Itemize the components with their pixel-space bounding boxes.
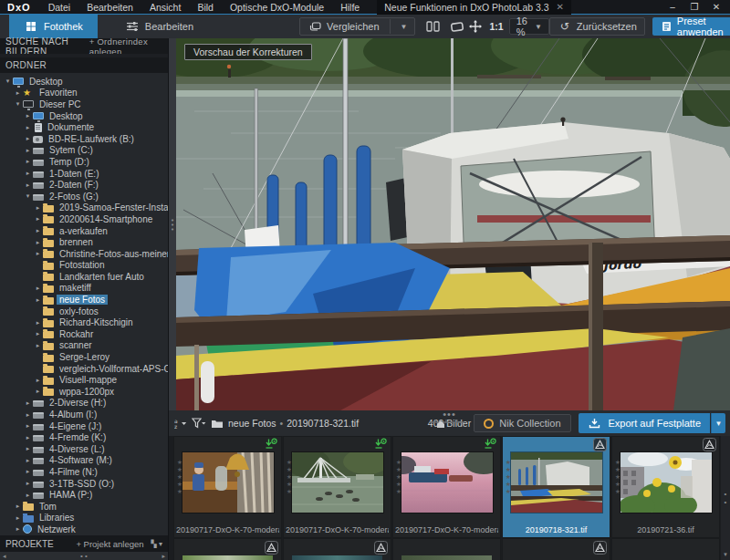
tree-item-vergleich-vollformat-aps-c-6400[interactable]: vergleich-Vollformat-APS-C-6400 [0, 363, 168, 375]
thumbnail-20190717-DxO-K-70-moderat-58-[interactable]: ★★★★★20190717-DxO-K-70-moderat-58... [392, 436, 501, 538]
collapse-icon[interactable]: ▾ [24, 192, 32, 200]
star-rating[interactable]: ★★★★★ [396, 459, 402, 495]
export-options-dropdown[interactable]: ▼ [711, 413, 725, 433]
thumbnail-partial[interactable] [392, 538, 501, 560]
expand-icon[interactable]: ▸ [34, 285, 42, 292]
tree-item-neue-fotos[interactable]: ▸neue Fotos [0, 294, 168, 306]
reset-button[interactable]: ↺ Zurücksetzen [549, 17, 645, 36]
compare-button[interactable]: Vergleichen ▼ [299, 17, 415, 36]
doll-and-bell-thumbnail-image[interactable] [182, 452, 274, 513]
expand-icon[interactable]: ▸ [14, 525, 22, 533]
tree-item-fotostation[interactable]: Fotostation [0, 260, 168, 272]
apply-preset-button[interactable]: Preset anwenden [652, 17, 730, 36]
expand-icon[interactable]: ▸ [24, 170, 32, 177]
tree-item-4-filme-n-[interactable]: ▸4-Filme (N:) [0, 466, 168, 478]
help-tab[interactable]: Neue Funktionen in DxO PhotoLab 3.3 ✕ [377, 0, 571, 15]
expand-icon[interactable]: ▸ [24, 468, 32, 475]
help-tab-close-icon[interactable]: ✕ [557, 2, 564, 12]
tree-item-2-diverse-h-[interactable]: ▸2-Diverse (H:) [0, 398, 168, 410]
expand-icon[interactable]: ▸ [24, 492, 32, 499]
scrollbar-grip[interactable]: •• [725, 490, 727, 506]
projects-section-header[interactable]: PROJEKTE + Projekt anlegen ▚ ▾ [0, 535, 168, 552]
folders-section-header[interactable]: ORDNER [0, 57, 168, 73]
tree-item-landkarten-fuer-auto[interactable]: Landkarten fuer Auto [0, 271, 168, 283]
tree-item-christine-fotos-aus-meinem-archiv[interactable]: ▸Christine-Fotos-aus-meinem-Archiv [0, 248, 168, 260]
move-icon[interactable] [469, 19, 482, 34]
thumbnail-20190721-36-tif[interactable]: ★★★★★20190721-36.tif [611, 436, 720, 538]
current-folder-label[interactable]: neue Fotos [228, 418, 276, 429]
expand-icon[interactable]: ▸ [34, 330, 42, 337]
expand-icon[interactable]: ▸ [24, 480, 32, 487]
menu-bild[interactable]: Bild [189, 2, 222, 13]
zoom-level-select[interactable]: 16 % ▼ [509, 18, 549, 35]
star-rating[interactable]: ★★★★★ [615, 459, 620, 495]
thumbnail-20190717-DxO-K-70-moderat-37-[interactable]: ★★★★★20190717-DxO-K-70-moderat-37... [173, 436, 282, 538]
expand-icon[interactable]: ▸ [14, 89, 22, 97]
minimize-button[interactable]: – [662, 1, 683, 14]
marina-boats-thumbnail-image[interactable] [511, 452, 602, 513]
menu-optische-dxo-module[interactable]: Optische DxO-Module [222, 2, 332, 13]
star-rating[interactable]: ★★★★★ [506, 459, 511, 495]
tree-item-temp-d-[interactable]: ▸Temp (D:) [0, 156, 168, 168]
tree-item-1-daten-e-[interactable]: ▸1-Daten (E:) [0, 168, 168, 180]
tree-item-rockahr[interactable]: ▸Rockahr [0, 328, 168, 340]
expand-icon[interactable]: ▸ [24, 422, 32, 430]
star-rating[interactable]: ★★★★★ [287, 459, 292, 495]
expand-icon[interactable]: ▸ [14, 503, 22, 510]
sort-icon[interactable]: az [173, 416, 188, 430]
tree-item-visuell-mappe[interactable]: ▸Visuell-mappe [0, 374, 168, 386]
expand-icon[interactable]: ▸ [24, 181, 32, 189]
tab-fotothek[interactable]: Fotothek [9, 15, 98, 38]
split-view-icon[interactable] [426, 19, 440, 34]
thumbnail-20190717-DxO-K-70-moderat-43-[interactable]: ★★★★★20190717-DxO-K-70-moderat-43... [283, 436, 391, 538]
tree-item-3-1tb-ssd-o-[interactable]: ▸3-1TB-SSD (O:) [0, 478, 168, 490]
tree-item-serge-leroy[interactable]: Serge-Leroy [0, 351, 168, 363]
nik-collection-button[interactable]: Nik Collection [474, 414, 570, 432]
tree-item-tom[interactable]: ▸Tom [0, 501, 168, 513]
project-menu-icon[interactable]: ▚ ▾ [151, 540, 162, 548]
expand-icon[interactable]: ▸ [14, 514, 22, 522]
tree-item-4-software-m-[interactable]: ▸4-Software (M:) [0, 455, 168, 467]
tree-item-libraries[interactable]: ▸Libraries [0, 513, 168, 524]
collapse-icon[interactable]: ▾ [14, 100, 22, 108]
tree-item-bd-re-laufwerk-b-[interactable]: ▸BD-RE-Laufwerk (B:) [0, 133, 168, 145]
tree-item-4-fremde-k-[interactable]: ▸4-Fremde (K:) [0, 431, 168, 443]
thumbnail-size-slider[interactable] [428, 416, 466, 430]
thumbnail-partial[interactable] [611, 538, 720, 560]
filmstrip-scrollbar[interactable]: •• ▾ [721, 436, 730, 560]
tree-item-2-daten-f-[interactable]: ▸2-Daten (F:) [0, 179, 168, 191]
expand-icon[interactable]: ▸ [34, 388, 42, 395]
expand-icon[interactable]: ▸ [24, 158, 32, 165]
tree-item-wppa-1200px[interactable]: ▸wppa-1200px [0, 386, 168, 398]
menu-hilfe[interactable]: Hilfe [332, 2, 368, 13]
thumbnail-partial[interactable] [283, 538, 391, 560]
panel-splitter[interactable]: • • • [169, 38, 176, 410]
tree-item-4-eigene-j-[interactable]: ▸4-Eigene (J:) [0, 420, 168, 432]
expand-icon[interactable]: ▸ [24, 445, 32, 452]
tree-item-sytem-c-[interactable]: ▸Sytem (C:) [0, 145, 168, 157]
horizontal-scrollbar[interactable]: ◂ • • ▸ [0, 552, 168, 560]
tree-item-scanner[interactable]: ▸scanner [0, 340, 168, 352]
tree-item-4-diverse-l-[interactable]: ▸4-Diverse (L:) [0, 443, 168, 455]
tree-item-desktop[interactable]: ▸Desktop [0, 110, 168, 122]
expand-icon[interactable]: ▸ [34, 204, 42, 212]
tree-item-a-verkaufen[interactable]: ▸a-verkaufen [0, 225, 168, 237]
tree-item-dokumente[interactable]: ▸Dokumente [0, 121, 168, 133]
tree-item-maketiff[interactable]: ▸maketiff [0, 283, 168, 295]
expand-icon[interactable]: ▸ [24, 135, 32, 142]
tab-bearbeiten[interactable]: Bearbeiten [110, 15, 208, 38]
tree-item-2019-samoa-fenster-instandhaltung[interactable]: ▸2019-Samoa-Fenster-Instandhaltung [0, 202, 168, 214]
search-section-header[interactable]: SUCHE NACH BILDERN + Ordnerindex anlegen [0, 38, 168, 54]
scrollbar-grip[interactable]: • • [80, 552, 88, 560]
scroll-left-icon[interactable]: ◂ [3, 552, 6, 560]
thumbnail-20190718-321-tif[interactable]: ★★★★★20190718-321.tif [502, 436, 610, 538]
expand-icon[interactable]: ▸ [34, 342, 42, 349]
sunset-boats-thumbnail-image[interactable] [402, 452, 493, 513]
expand-icon[interactable]: ▸ [34, 250, 42, 257]
menu-datei[interactable]: Datei [40, 2, 79, 13]
tree-item-20200614-smartphone[interactable]: ▸20200614-Smartphone [0, 213, 168, 225]
chevron-down-icon[interactable]: ▼ [401, 23, 408, 31]
expand-icon[interactable]: ▸ [24, 124, 32, 131]
menu-ansicht[interactable]: Ansicht [141, 2, 189, 13]
star-rating[interactable]: ★★★★★ [177, 459, 182, 495]
